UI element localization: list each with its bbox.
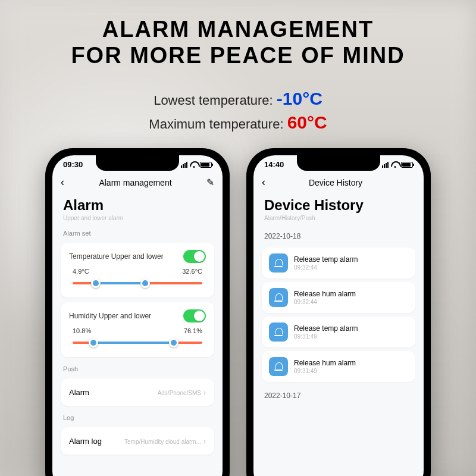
back-icon[interactable]: ‹ — [61, 176, 64, 189]
page-subtitle: Upper and lower alarm — [52, 215, 223, 226]
hum-slider-low-thumb[interactable] — [89, 338, 98, 347]
history-item[interactable]: Release temp alarm 09:32:44 — [262, 248, 415, 278]
history-item[interactable]: Release hum alarm 09:32:44 — [262, 282, 415, 313]
low-temp-value: -10°C — [277, 89, 322, 108]
back-icon[interactable]: ‹ — [262, 176, 265, 189]
push-value: Ads/Phone/SMS — [158, 390, 201, 396]
log-label: Alarm log — [69, 437, 102, 446]
phone-mockup-history: 14:40 ‹ Device History Device History Al… — [246, 148, 431, 476]
low-temp-line: Lowest temperature: -10°C — [0, 89, 476, 109]
temp-high-value: 32.6°C — [182, 268, 202, 275]
history-item[interactable]: Release temp alarm 09:31:49 — [262, 317, 415, 347]
history-title: Release temp alarm — [294, 324, 408, 333]
temp-card-title: Temperature Upper and lower — [69, 252, 164, 261]
max-temp-value: 60°C — [287, 112, 327, 132]
history-item[interactable]: Release hum alarm 09:31:49 — [262, 351, 415, 382]
chevron-right-icon: › — [203, 437, 206, 446]
history-time: 09:31:49 — [294, 333, 408, 340]
page-title: Device History — [253, 193, 424, 215]
promo-header: ALARM MANAGEMENT FOR MORE PEACE OF MIND — [0, 0, 476, 74]
bell-icon — [269, 288, 288, 307]
nav-title: Device History — [309, 178, 362, 187]
hum-card-title: Humidity Upper and lower — [69, 312, 151, 320]
page-subtitle: Alarm/History/Push — [253, 215, 424, 226]
history-time: 09:31:49 — [294, 368, 408, 374]
battery-icon — [401, 162, 413, 168]
signal-icon — [181, 162, 187, 168]
hum-high-value: 76.1% — [184, 327, 202, 334]
bell-icon — [269, 253, 288, 273]
history-time: 09:32:44 — [294, 299, 408, 305]
temperature-specs: Lowest temperature: -10°C Maximum temper… — [0, 89, 476, 133]
temp-slider-high-thumb[interactable] — [140, 278, 150, 288]
hum-slider-high-thumb[interactable] — [169, 338, 178, 347]
wifi-icon — [391, 162, 399, 168]
temp-toggle[interactable] — [183, 250, 206, 263]
temp-slider-low-thumb[interactable] — [91, 278, 101, 288]
history-title: Release temp alarm — [294, 255, 408, 264]
battery-icon — [200, 162, 212, 168]
status-time: 09:30 — [63, 160, 83, 169]
temp-slider[interactable] — [73, 277, 202, 289]
chevron-right-icon: › — [203, 389, 206, 397]
history-title: Release hum alarm — [294, 359, 408, 367]
hum-toggle[interactable] — [183, 309, 206, 322]
max-temp-line: Maximum temperature: 60°C — [0, 112, 476, 133]
history-title: Release hum alarm — [294, 290, 408, 298]
phone-notch — [96, 155, 179, 171]
phone-mockup-alarm: 09:30 ‹ Alarm management ✎ Alarm Upper a… — [45, 148, 230, 476]
nav-bar: ‹ Alarm management ✎ — [52, 171, 223, 193]
wifi-icon — [190, 162, 198, 168]
edit-icon[interactable]: ✎ — [206, 177, 214, 188]
hum-low-value: 10.8% — [73, 327, 91, 334]
push-label: Alarm — [69, 388, 89, 397]
section-alarm-set: Alarm set — [52, 226, 223, 238]
phone-notch — [297, 155, 380, 171]
status-time: 14:40 — [264, 160, 284, 169]
temp-low-value: 4.9°C — [73, 268, 89, 275]
log-value: Temp/Humidity cloud alarm... — [124, 439, 201, 445]
log-card[interactable]: Alarm log Temp/Humidity cloud alarm...› — [61, 427, 214, 455]
temperature-card: Temperature Upper and lower 4.9°C 32.6°C — [61, 243, 214, 298]
page-title: Alarm — [52, 193, 223, 215]
push-card[interactable]: Alarm Ads/Phone/SMS› — [61, 378, 214, 406]
hum-slider[interactable] — [73, 337, 202, 349]
section-log: Log — [52, 411, 223, 422]
nav-bar: ‹ Device History — [253, 171, 424, 193]
section-push: Push — [52, 362, 223, 374]
bell-icon — [269, 322, 288, 342]
signal-icon — [382, 162, 389, 168]
date-group-2: 2022-10-17 — [253, 386, 424, 403]
header-title: ALARM MANAGEMENT FOR MORE PEACE OF MIND — [12, 17, 464, 68]
date-group-1: 2022-10-18 — [253, 226, 424, 244]
bell-icon — [269, 357, 288, 376]
humidity-card: Humidity Upper and lower 10.8% 76.1% — [61, 302, 214, 357]
history-time: 09:32:44 — [294, 264, 408, 271]
nav-title: Alarm management — [99, 178, 171, 187]
